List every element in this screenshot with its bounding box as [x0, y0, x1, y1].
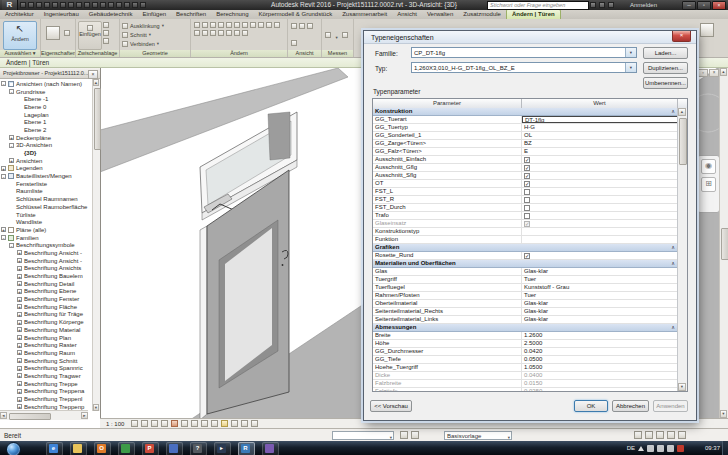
collapse-icon[interactable]: -	[9, 243, 14, 248]
checkbox-checked-icon[interactable]: ✓	[524, 253, 530, 259]
modify-tool-icon[interactable]	[258, 22, 264, 28]
reveal-hidden-elements-icon[interactable]	[221, 420, 228, 427]
param-row[interactable]: FST_L	[373, 188, 678, 196]
param-value[interactable]: 0.0420	[522, 348, 678, 355]
exclude-options-icon[interactable]	[656, 431, 664, 439]
print-icon[interactable]	[60, 2, 66, 8]
design-options-icon[interactable]	[400, 431, 408, 439]
tree-item[interactable]: +Beschriftung Treppena	[0, 388, 92, 396]
copy-icon[interactable]	[103, 30, 109, 36]
save-icon[interactable]	[28, 2, 34, 8]
show-rendering-dialog-icon[interactable]	[171, 420, 178, 427]
tree-item[interactable]: +Beschriftung Treppe	[0, 380, 92, 388]
familie-combo[interactable]: CP_DT-1flg▾	[411, 47, 637, 58]
modify-tool-icon[interactable]	[194, 22, 200, 28]
expand-icon[interactable]: +	[17, 266, 22, 271]
param-value[interactable]	[522, 228, 678, 235]
text-icon[interactable]	[92, 2, 98, 8]
laden-button[interactable]: Laden...	[643, 47, 688, 59]
app-blue-window-taskbar-icon[interactable]	[166, 442, 183, 455]
app-green-taskbar-icon[interactable]	[118, 442, 135, 455]
editable-only-icon[interactable]	[634, 431, 642, 439]
view-scale[interactable]: 1 : 100	[106, 421, 124, 427]
customize-qat-icon[interactable]	[140, 2, 146, 8]
table-scrollbar[interactable]: ▴ ▾	[677, 108, 687, 391]
expand-icon[interactable]: +	[9, 135, 14, 140]
tree-item[interactable]: +Beschriftung Schnitt	[0, 357, 92, 365]
hidden-icons-icon[interactable]	[638, 446, 644, 451]
worksets-icon[interactable]	[411, 431, 419, 439]
tree-item[interactable]: Türliste	[0, 211, 92, 219]
workset-combo[interactable]: Basisvorlage▾	[444, 431, 512, 440]
3d-view-icon[interactable]	[100, 2, 106, 8]
param-value[interactable]: BZ	[522, 140, 678, 147]
param-value[interactable]: Tuer	[522, 276, 678, 283]
revit-taskbar-icon[interactable]: R	[238, 442, 255, 455]
crop-view-icon[interactable]	[181, 420, 188, 427]
browser-horizontal-scrollbar[interactable]: ◂ ▸	[0, 410, 88, 420]
checkbox-unchecked-icon[interactable]	[524, 197, 530, 203]
override-icon[interactable]	[307, 23, 313, 29]
param-checkbox-cell[interactable]: ✓	[522, 180, 678, 187]
param-checkbox-cell[interactable]: ✓	[522, 252, 678, 259]
collapse-icon[interactable]: -	[9, 89, 14, 94]
aligned-dimension-icon[interactable]	[76, 2, 82, 8]
show-crop-region-icon[interactable]	[191, 420, 198, 427]
tag-icon[interactable]	[84, 2, 90, 8]
tree-item[interactable]: +Beschriftung Tragwer	[0, 372, 92, 380]
expand-icon[interactable]: +	[17, 258, 22, 263]
param-value[interactable]: H-G	[522, 124, 678, 131]
tree-item[interactable]: +Beschriftung Bauelem	[0, 272, 92, 280]
tree-item[interactable]: Ebene -1	[0, 95, 92, 103]
temporary-view-properties-icon[interactable]	[231, 420, 238, 427]
expand-icon[interactable]: +	[1, 227, 6, 232]
param-row[interactable]: Ausschnitt_Sflg✓	[373, 172, 678, 180]
join-icon[interactable]	[122, 41, 128, 47]
param-row[interactable]: TuerfluegelKunststoff - Grau	[373, 284, 678, 292]
param-row[interactable]: Falzbreite0.0150	[373, 380, 678, 388]
param-value[interactable]	[522, 236, 678, 243]
param-value[interactable]: 0.0500	[522, 356, 678, 363]
checkbox-unchecked-icon[interactable]	[524, 189, 530, 195]
expand-icon[interactable]: +	[17, 366, 22, 371]
tab-berechnung[interactable]: Berechnung	[211, 10, 253, 19]
tree-item[interactable]: -Bauteillisten/Mengen	[0, 172, 92, 180]
checkbox-checked-icon[interactable]: ✓	[524, 181, 530, 187]
load-family-icon[interactable]	[700, 23, 714, 37]
tab-ingenieurbau[interactable]: Ingenieurbau	[39, 10, 84, 19]
tree-item[interactable]: +Beschriftung Fläche	[0, 303, 92, 311]
section-row[interactable]: Abmessungen∧	[373, 324, 678, 332]
expand-icon[interactable]: +	[17, 320, 22, 325]
expand-icon[interactable]: +	[17, 289, 22, 294]
background-processes-icon[interactable]	[667, 431, 675, 439]
param-row[interactable]: FST_R	[373, 196, 678, 204]
dialog-close-icon[interactable]: ×	[672, 31, 691, 42]
restore-icon[interactable]: ▫	[697, 1, 711, 10]
param-value[interactable]: 1.0500	[522, 364, 678, 371]
tree-item[interactable]: Fensterliste	[0, 180, 92, 188]
param-row[interactable]: Dicke0.0400	[373, 372, 678, 380]
expand-icon[interactable]: +	[17, 389, 22, 394]
collapse-icon[interactable]: -	[1, 235, 6, 240]
canvas-vertical-scrollbar[interactable]: ▴ ▾	[719, 68, 728, 418]
network-icon[interactable]	[657, 445, 664, 452]
start-button[interactable]	[6, 442, 21, 455]
param-value[interactable]: Glas-klar	[522, 300, 678, 307]
close-hidden-windows-icon[interactable]	[124, 2, 130, 8]
section-icon[interactable]	[108, 2, 114, 8]
param-row[interactable]: Ausschnitt_Einfach✓	[373, 156, 678, 164]
tree-item[interactable]: +Beschriftung Detail	[0, 280, 92, 288]
param-value[interactable]: E	[522, 148, 678, 155]
checkbox-checked-icon[interactable]: ✓	[524, 173, 530, 179]
tab-körpermodell-grundstück[interactable]: Körpermodell & Grundstück	[253, 10, 337, 19]
param-row[interactable]: Funktion	[373, 236, 678, 244]
checkbox-unchecked-icon[interactable]	[524, 205, 530, 211]
view-restore-icon[interactable]: ▫	[698, 69, 708, 77]
tree-item[interactable]: {3D}	[0, 149, 92, 157]
expand-icon[interactable]: +	[17, 327, 22, 332]
minimize-icon[interactable]: ─	[682, 1, 696, 10]
switch-windows-icon[interactable]	[132, 2, 138, 8]
checkbox-unchecked-icon[interactable]	[524, 213, 530, 219]
expand-icon[interactable]: +	[17, 304, 22, 309]
temporary-hide-isolate-icon[interactable]	[211, 420, 218, 427]
